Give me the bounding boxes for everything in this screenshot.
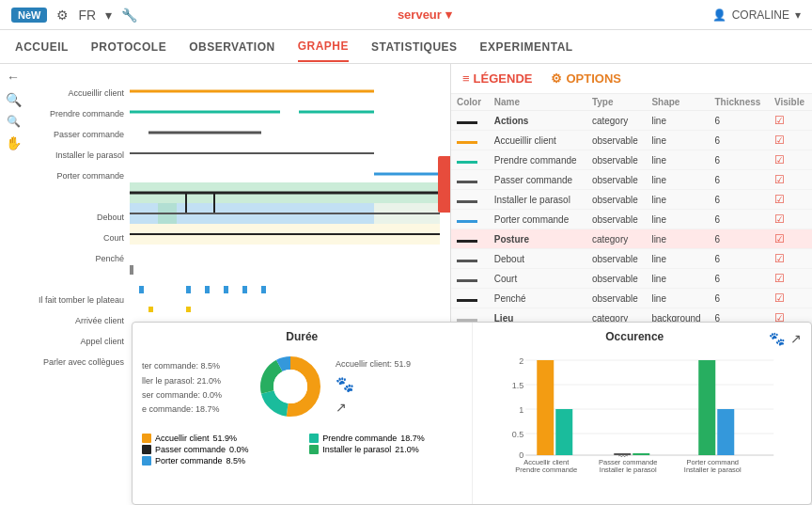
- navbar: ACCUEIL PROTOCOLE OBSERVATION GRAPHE STA…: [0, 30, 812, 64]
- color-swatch: [457, 299, 477, 302]
- row-shape: line: [646, 210, 709, 229]
- col-shape: Shape: [646, 94, 709, 111]
- row-name: Penché: [489, 289, 586, 308]
- row-shape: line: [646, 150, 709, 170]
- legend-header: ≡ LÉGENDE ⚙ OPTIONS: [451, 64, 812, 94]
- donut-chart: [253, 349, 328, 428]
- svg-rect-23: [261, 286, 266, 293]
- legend-value: 8.5%: [226, 456, 246, 466]
- back-icon[interactable]: ←: [7, 70, 20, 85]
- table-row: Installer le parasol observable line 6 ☑: [451, 190, 812, 210]
- lang-arrow[interactable]: ▾: [105, 8, 112, 23]
- donut-label: ller le parasol: 21.0%: [142, 374, 245, 388]
- svg-text:Installer le parasol: Installer le parasol: [599, 466, 656, 474]
- bar-section: Occurence 🐾 ↗ 2 1.5 1 0.5 0: [473, 323, 812, 504]
- visible-checkbox[interactable]: ☑: [774, 153, 785, 166]
- color-swatch: [457, 200, 477, 203]
- color-swatch: [457, 279, 477, 282]
- donut-label-right: Accuellir client: 51.9: [336, 357, 411, 371]
- donut-right-label: Accuellir client: 51.9 🐾 ↗: [336, 357, 411, 419]
- table-row: Posture category line 6 ☑: [451, 229, 812, 249]
- col-color: Color: [451, 94, 489, 111]
- nav-accueil[interactable]: ACCUEIL: [15, 33, 69, 61]
- svg-rect-17: [130, 265, 133, 275]
- svg-rect-18: [139, 286, 144, 293]
- visible-checkbox[interactable]: ☑: [774, 193, 785, 206]
- y-label-0: Accueillir client: [26, 83, 128, 103]
- nav-protocole[interactable]: PROTOCOLE: [91, 33, 166, 61]
- visible-checkbox[interactable]: ☑: [774, 292, 785, 305]
- nav-statistiques[interactable]: STATISTIQUES: [371, 33, 458, 61]
- move-icon[interactable]: ✋: [6, 135, 22, 150]
- legend-title: ≡ LÉGENDE: [462, 71, 532, 86]
- settings-icon[interactable]: ⚙: [56, 8, 69, 23]
- server-arrow: ▾: [445, 8, 452, 22]
- legend-value: 21.0%: [395, 445, 419, 454]
- svg-text:2: 2: [519, 356, 523, 366]
- svg-text:0.5: 0.5: [511, 430, 523, 439]
- lang-selector[interactable]: FR: [78, 8, 96, 23]
- table-row: Accueillir client observable line 6 ☑: [451, 131, 812, 150]
- nav-observation[interactable]: OBSERVATION: [189, 33, 275, 61]
- svg-rect-22: [242, 286, 247, 293]
- y-label-12: Appel client: [26, 331, 128, 352]
- user-info[interactable]: 👤 CORALINE ▾: [712, 8, 801, 22]
- table-row: Passer commande observable line 6 ☑: [451, 170, 812, 190]
- zoom-out-icon[interactable]: 🔍: [7, 115, 21, 128]
- legend-item: Prendre commande 18.7%: [309, 434, 461, 443]
- row-name: Passer commande: [489, 170, 586, 190]
- visible-checkbox[interactable]: ☑: [774, 134, 785, 147]
- y-label-13: Parler avec collègues: [26, 352, 128, 372]
- nav-graphe[interactable]: GRAPHE: [298, 32, 349, 62]
- donut-legend: Accuellir client 51.9% Prendre commande …: [142, 434, 462, 466]
- svg-rect-45: [537, 360, 554, 455]
- new-button[interactable]: NèW: [11, 8, 47, 23]
- row-thickness: 6: [709, 111, 769, 131]
- legend-label: Passer commande: [155, 445, 226, 454]
- legend-value: 0.0%: [229, 445, 249, 454]
- visible-checkbox[interactable]: ☑: [774, 232, 785, 245]
- zoom-in-icon[interactable]: 🔍: [6, 92, 22, 107]
- svg-rect-28: [438, 156, 450, 213]
- sidebar-tools: ← 🔍 🔍 ✋: [0, 64, 26, 156]
- svg-rect-20: [205, 286, 210, 293]
- row-thickness: 6: [709, 131, 769, 150]
- donut-title: Durée: [142, 330, 462, 343]
- svg-text:1.5: 1.5: [511, 381, 523, 390]
- visible-checkbox[interactable]: ☑: [774, 272, 785, 285]
- share-icon: ↗: [336, 397, 411, 419]
- row-type: observable: [586, 150, 647, 170]
- row-shape: line: [646, 131, 709, 150]
- tool-icon[interactable]: 🔧: [121, 8, 137, 23]
- row-thickness: 6: [709, 229, 769, 249]
- col-thickness: Thickness: [709, 94, 769, 111]
- col-type: Type: [586, 94, 647, 111]
- legend-color: [142, 445, 151, 454]
- options-title: ⚙ OPTIONS: [551, 71, 621, 86]
- visible-checkbox[interactable]: ☑: [774, 252, 785, 265]
- bar-share-icon: ↗: [790, 331, 802, 346]
- nav-experimental[interactable]: EXPERIMENTAL: [480, 33, 573, 61]
- donut-label: ser commande: 0.0%: [142, 388, 245, 402]
- legend-item: Passer commande 0.0%: [142, 445, 294, 454]
- svg-point-34: [273, 370, 307, 403]
- visible-checkbox[interactable]: ☑: [774, 173, 785, 186]
- visible-checkbox[interactable]: ☑: [774, 114, 785, 127]
- row-thickness: 6: [709, 210, 769, 229]
- row-type: observable: [586, 249, 647, 269]
- legend-label: Porter commande: [155, 456, 223, 466]
- topbar-left: NèW ⚙ FR ▾ 🔧: [11, 8, 137, 23]
- legend-value: 18.7%: [400, 434, 425, 443]
- row-type: observable: [586, 131, 647, 150]
- row-name: Actions: [494, 116, 529, 126]
- user-icon: 👤: [712, 8, 726, 22]
- table-row: Prendre commande observable line 6 ☑: [451, 150, 812, 170]
- floating-charts-panel: Durée ter commande: 8.5% ller le parasol…: [132, 322, 812, 505]
- visible-checkbox[interactable]: ☑: [774, 213, 785, 226]
- paw-icon: 🐾: [336, 371, 411, 397]
- row-type: observable: [586, 210, 647, 229]
- server-label: serveur: [398, 8, 442, 22]
- row-name: Installer le parasol: [489, 190, 586, 210]
- donut-labels-left: ter commande: 8.5% ller le parasol: 21.0…: [142, 359, 245, 417]
- server-info: serveur ▾: [398, 8, 452, 22]
